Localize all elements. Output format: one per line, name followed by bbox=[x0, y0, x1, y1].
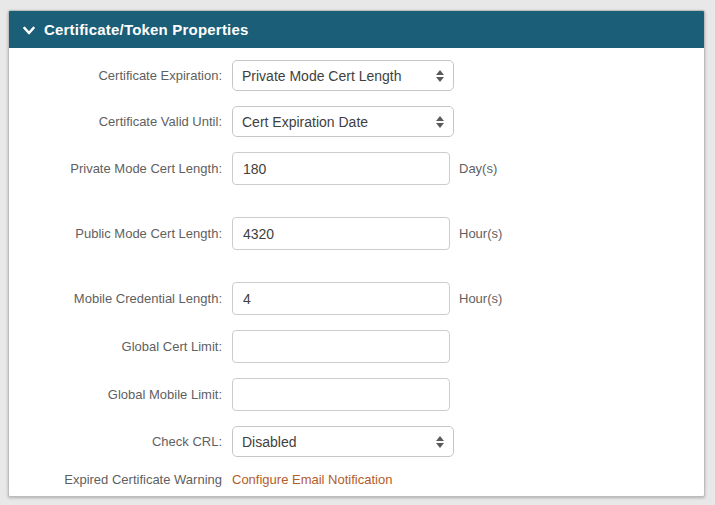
configure-email-notification-link[interactable]: Configure Email Notification bbox=[232, 472, 392, 487]
private-mode-cert-length-input[interactable] bbox=[232, 152, 450, 185]
certificate-valid-until-select-wrap: Cert Expiration Date bbox=[232, 106, 454, 137]
form-row-certificate-expiration: Certificate Expiration: Private Mode Cer… bbox=[9, 60, 704, 91]
certificate-expiration-select[interactable]: Private Mode Cert Length bbox=[232, 60, 454, 91]
global-mobile-limit-label: Global Mobile Limit: bbox=[9, 387, 232, 402]
certificate-valid-until-select[interactable]: Cert Expiration Date bbox=[232, 106, 454, 137]
chevron-down-icon bbox=[23, 26, 35, 35]
certificate-expiration-label: Certificate Expiration: bbox=[9, 68, 232, 83]
global-cert-limit-input[interactable] bbox=[232, 330, 450, 363]
check-crl-select-wrap: Disabled bbox=[232, 426, 454, 457]
unit-suffix: Day(s) bbox=[459, 161, 497, 176]
check-crl-select[interactable]: Disabled bbox=[232, 426, 454, 457]
certificate-valid-until-label: Certificate Valid Until: bbox=[9, 114, 232, 129]
form-row-certificate-valid-until: Certificate Valid Until: Cert Expiration… bbox=[9, 106, 704, 137]
certificate-expiration-select-wrap: Private Mode Cert Length bbox=[232, 60, 454, 91]
public-mode-cert-length-input[interactable] bbox=[232, 217, 450, 250]
public-mode-cert-length-label: Public Mode Cert Length: bbox=[9, 226, 232, 241]
global-mobile-limit-input[interactable] bbox=[232, 378, 450, 411]
expired-certificate-warning-label: Expired Certificate Warning bbox=[9, 472, 232, 487]
form-row-check-crl: Check CRL: Disabled bbox=[9, 426, 704, 457]
form-row-private-mode-cert-length: Private Mode Cert Length: Day(s) bbox=[9, 152, 704, 185]
form-row-global-cert-limit: Global Cert Limit: bbox=[9, 330, 704, 363]
panel-header[interactable]: Certificate/Token Properties bbox=[9, 11, 704, 48]
certificate-token-properties-panel: Certificate/Token Properties Certificate… bbox=[8, 10, 705, 497]
check-crl-label: Check CRL: bbox=[9, 434, 232, 449]
unit-suffix: Hour(s) bbox=[459, 291, 502, 306]
private-mode-cert-length-label: Private Mode Cert Length: bbox=[9, 161, 232, 176]
global-cert-limit-label: Global Cert Limit: bbox=[9, 339, 232, 354]
mobile-credential-length-input[interactable] bbox=[232, 282, 450, 315]
unit-suffix: Hour(s) bbox=[459, 226, 502, 241]
mobile-credential-length-label: Mobile Credential Length: bbox=[9, 291, 232, 306]
form-row-global-mobile-limit: Global Mobile Limit: bbox=[9, 378, 704, 411]
form-row-public-mode-cert-length: Public Mode Cert Length: Hour(s) bbox=[9, 217, 704, 250]
form-row-mobile-credential-length: Mobile Credential Length: Hour(s) bbox=[9, 282, 704, 315]
panel-title: Certificate/Token Properties bbox=[44, 21, 249, 38]
panel-body: Certificate Expiration: Private Mode Cer… bbox=[9, 48, 704, 487]
form-row-expired-certificate-warning: Expired Certificate Warning Configure Em… bbox=[9, 472, 704, 487]
